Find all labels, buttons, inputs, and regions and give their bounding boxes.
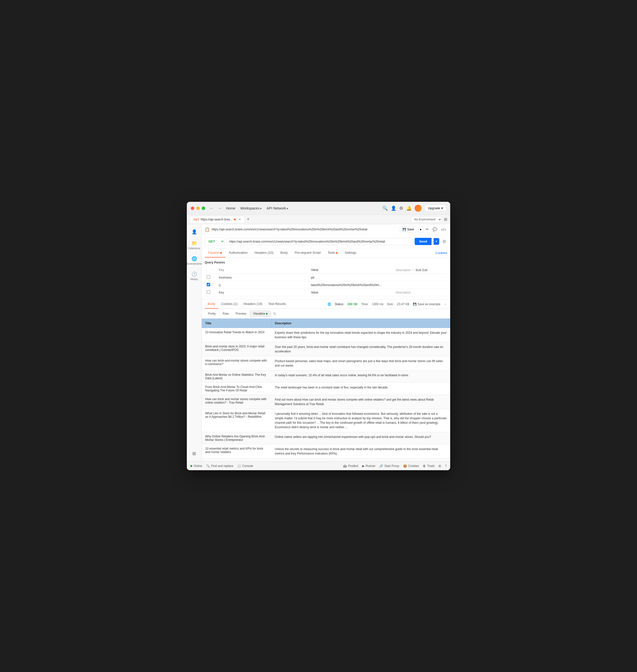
view-tab-preview[interactable]: Preview	[232, 311, 250, 317]
code-button[interactable]: </>	[440, 226, 447, 233]
method-select[interactable]: GET	[205, 237, 224, 246]
settings-icon[interactable]: ⚙	[399, 206, 403, 211]
response-tab-headers[interactable]: Headers (19)	[240, 299, 265, 309]
sidebar: 👤 📁 Collections 🌐 Environments 🕐 History…	[187, 224, 202, 461]
param-check-q[interactable]	[207, 283, 210, 286]
table-cell-description: Unlock the secrets to measuring success …	[271, 444, 450, 459]
response-tab-cookies[interactable]: Cookies (1)	[218, 299, 240, 309]
start-proxy-label: Start Proxy	[384, 464, 399, 468]
param-desc-q[interactable]	[394, 281, 447, 289]
url-input[interactable]	[226, 238, 413, 245]
tab-authorization[interactable]: Authorization	[225, 248, 251, 258]
table-cell-title: 10 Innovative Retail Trends to Watch in …	[202, 328, 271, 342]
view-tab-visualize[interactable]: Visualize	[250, 311, 271, 317]
sidebar-item-collections[interactable]: 📁 Collections	[188, 238, 201, 252]
sidebar-item-history[interactable]: 🕐 History	[188, 269, 201, 283]
help-item[interactable]: ?	[445, 464, 447, 468]
params-section: Query Params Key Value Description ··· B…	[202, 258, 450, 299]
back-button[interactable]: ←	[208, 205, 215, 212]
minimize-button[interactable]	[196, 207, 200, 210]
view-tab-raw[interactable]: Raw	[219, 311, 232, 317]
bulk-edit-more-btn[interactable]: ···	[412, 268, 415, 272]
save-dropdown-button[interactable]: ▾	[418, 226, 423, 233]
search-icon[interactable]: 🔍	[382, 206, 388, 211]
maximize-button[interactable]	[202, 207, 205, 210]
tab-url: https://api.search.brav...	[201, 218, 232, 221]
tab-pre-request[interactable]: Pre-request Script	[291, 248, 324, 258]
active-tab[interactable]: GET https://api.search.brav... ✕	[190, 216, 245, 223]
api-network-dropdown[interactable]: API Network	[267, 206, 288, 210]
edit-button[interactable]: ✏	[425, 226, 430, 233]
postbot-item[interactable]: 🤖 Postbot	[343, 464, 358, 468]
response-tab-body[interactable]: Body	[205, 299, 218, 309]
bulk-edit-btn[interactable]: Bulk Edit	[416, 268, 427, 272]
find-replace-item[interactable]: 🔍 Find and replace	[206, 464, 233, 468]
sidebar-item-environments[interactable]: 🌐 Environments	[188, 254, 201, 267]
bell-icon[interactable]: 🔔	[406, 206, 412, 211]
status-dot	[190, 465, 192, 467]
param-value-empty[interactable]: Value	[309, 289, 394, 296]
save-button[interactable]: 💾 Save	[400, 226, 417, 232]
tab-settings[interactable]: Settings	[341, 248, 360, 258]
grid-icon[interactable]: ⊞	[444, 217, 447, 222]
table-cell-title: From Brick-And-Mortar To Cloud-And-Click…	[202, 383, 271, 395]
add-tab-button[interactable]: +	[245, 217, 252, 222]
workspaces-dropdown[interactable]: Workspaces	[240, 206, 261, 210]
key-col-header: Key	[217, 266, 309, 274]
sidebar-item-more[interactable]: ⊞	[188, 449, 201, 458]
user-icon[interactable]: 👤	[391, 206, 396, 211]
view-tab-pretty[interactable]: Pretty	[205, 311, 219, 317]
refresh-button[interactable]: ↻	[272, 311, 277, 317]
param-value-freshness[interactable]: pd	[309, 274, 394, 281]
sidebar-item-profile[interactable]: 👤	[188, 227, 201, 236]
trash-item[interactable]: 🗑 Trash	[423, 464, 435, 468]
upgrade-button[interactable]: Upgrade ▾	[424, 205, 446, 212]
table-cell-title: 10 essential retail metrics and KPIs for…	[202, 444, 271, 459]
response-tab-test-results[interactable]: Test Results	[265, 299, 289, 309]
param-desc-freshness[interactable]	[394, 274, 447, 281]
console-item[interactable]: ⬜ Console	[237, 464, 253, 468]
param-check-empty[interactable]	[207, 290, 210, 294]
send-dropdown-button[interactable]: ▾	[434, 238, 439, 245]
send-button[interactable]: Send	[415, 238, 432, 245]
table-cell-title: Why Online Retailers Are Opening Brick-A…	[202, 432, 271, 444]
find-replace-icon: 🔍	[206, 464, 210, 468]
postbot-icon: 🤖	[343, 464, 347, 468]
param-key-q[interactable]: q	[217, 281, 309, 289]
response-more-btn[interactable]: ···	[444, 302, 447, 306]
param-desc-empty[interactable]: Description	[394, 289, 447, 296]
param-key-freshness[interactable]: freshness	[217, 274, 309, 281]
request-area: 📋 https://api.search.brave.com/res/v1/ne…	[202, 224, 450, 461]
tab-modified-dot	[234, 218, 236, 220]
status-item[interactable]: Online	[190, 464, 202, 468]
table-cell-description: Unleash the power of brick-and-mortar ma…	[271, 459, 450, 461]
start-proxy-item[interactable]: 🔗 Start Proxy	[379, 464, 399, 468]
grid-bottom-item[interactable]: ⊞	[438, 464, 441, 468]
response-status: 🌐 Status: 200 OK Time: 1300 ms Size: 23.…	[327, 302, 447, 306]
save-example-button[interactable]: 💾 Save as example	[413, 302, 440, 306]
bottom-cookies-item[interactable]: 🍪 Cookies	[403, 464, 419, 468]
forward-button[interactable]: →	[216, 205, 223, 212]
home-link[interactable]: Home	[226, 206, 235, 210]
environment-select[interactable]: No Environment	[411, 216, 442, 223]
runner-item[interactable]: ▶ Runner	[362, 464, 376, 468]
tab-headers[interactable]: Headers (10)	[251, 248, 277, 258]
param-check-freshness[interactable]	[207, 276, 210, 279]
response-size-value: 23.47 KB	[397, 302, 409, 306]
table-row: Unleashing the Power of Brick and Mortar…	[202, 459, 450, 461]
visualize-dot	[266, 313, 268, 315]
comment-button[interactable]: 💬	[432, 226, 438, 233]
param-value-q[interactable]: latest%20innovations%20in%20brick%20and%…	[309, 281, 394, 289]
cookies-link[interactable]: Cookies	[436, 251, 447, 255]
avatar[interactable]	[415, 205, 422, 212]
tab-close-button[interactable]: ✕	[238, 217, 241, 222]
table-cell-description: In today's retail scenario, 15.4% of all…	[271, 371, 450, 383]
more-icon: ⊞	[192, 451, 196, 456]
param-key-empty[interactable]: Key	[217, 289, 309, 296]
close-button[interactable]	[191, 207, 194, 210]
table-row: Brick And Mortar vs Online Statistics: T…	[202, 371, 450, 383]
tab-params[interactable]: Params	[205, 248, 225, 258]
tab-tests[interactable]: Tests	[324, 248, 341, 258]
tab-body[interactable]: Body	[277, 248, 291, 258]
config-button[interactable]: ⚙	[441, 238, 447, 245]
